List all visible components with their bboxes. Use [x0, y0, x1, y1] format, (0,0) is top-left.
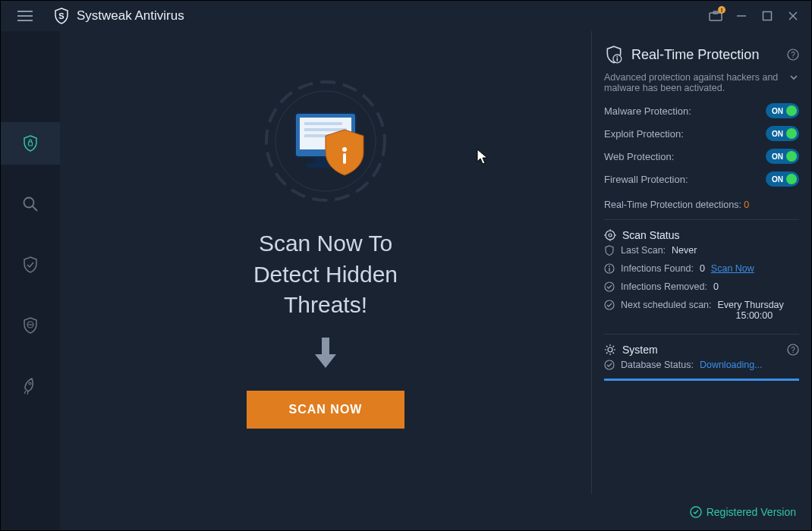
- headline: Scan Now To Detect Hidden Threats!: [253, 228, 398, 321]
- infections-removed-value: 0: [713, 281, 719, 292]
- app-title: Systweak Antivirus: [77, 8, 184, 24]
- svg-point-31: [606, 231, 615, 240]
- help-icon: ?: [787, 344, 799, 356]
- right-panel: Real-Time Protection ? Advanced protecti…: [591, 31, 811, 494]
- minimize-button[interactable]: [734, 8, 749, 24]
- toggle-firewall-switch[interactable]: ON: [766, 171, 799, 187]
- svg-text:S: S: [58, 11, 64, 20]
- shield-check-icon: [21, 256, 39, 274]
- svg-point-40: [605, 282, 614, 291]
- app-window: S Systweak Antivirus !: [0, 0, 812, 531]
- toggle-web-switch[interactable]: ON: [766, 149, 799, 164]
- last-scan-value: Never: [672, 245, 697, 256]
- db-status-value: Downloading...: [700, 360, 763, 370]
- toggle-malware: Malware Protection: ON: [604, 99, 799, 122]
- db-progress: [604, 379, 799, 381]
- svg-rect-28: [617, 58, 618, 61]
- registered-label: Registered Version: [690, 506, 796, 518]
- center-panel: Scan Now To Detect Hidden Threats! SCAN …: [60, 31, 591, 494]
- svg-point-38: [609, 266, 610, 267]
- svg-text:?: ?: [791, 51, 795, 59]
- hamburger-icon: [17, 11, 33, 21]
- shield-e-icon: [21, 316, 39, 335]
- toggle-firewall: Firewall Protection: ON: [604, 168, 799, 190]
- magnifier-icon: [21, 195, 39, 213]
- infections-found-value: 0: [700, 263, 705, 274]
- shield-info-icon: [604, 45, 624, 64]
- svg-point-42: [608, 347, 612, 352]
- protection-title: Real-Time Protection: [631, 47, 759, 63]
- system-section: System ? Database Status: Downloading...: [604, 335, 799, 390]
- menu-button[interactable]: [7, 1, 43, 31]
- scan-now-link[interactable]: Scan Now: [711, 263, 754, 274]
- sidebar-item-scan[interactable]: [1, 183, 60, 225]
- sidebar-item-quarantine[interactable]: [1, 244, 60, 286]
- check-circle-icon: [604, 360, 615, 370]
- toggle-label: Web Protection:: [604, 151, 674, 162]
- svg-point-8: [24, 198, 34, 208]
- arrow-down-icon: [312, 336, 339, 369]
- protection-description: Advanced protection against hackers and …: [604, 72, 782, 93]
- system-help-button[interactable]: ?: [787, 344, 799, 356]
- toggle-label: Firewall Protection:: [604, 174, 688, 185]
- close-button[interactable]: [785, 8, 801, 24]
- check-circle-icon: [690, 506, 702, 518]
- minimize-icon: [736, 11, 747, 21]
- shield-lock-icon: [21, 134, 39, 152]
- protection-help-button[interactable]: ?: [787, 49, 799, 61]
- app-logo: S Systweak Antivirus: [52, 7, 184, 25]
- check-circle-icon: [604, 281, 615, 292]
- check-circle-icon: [604, 300, 615, 310]
- toggle-malware-switch[interactable]: ON: [766, 103, 799, 118]
- protection-collapse-button[interactable]: [788, 72, 799, 83]
- svg-rect-24: [322, 338, 329, 354]
- svg-point-12: [29, 382, 31, 385]
- window-controls: !: [708, 8, 805, 24]
- svg-point-41: [605, 300, 614, 309]
- svg-rect-7: [29, 142, 33, 146]
- notification-dot-icon: !: [718, 6, 725, 14]
- svg-rect-23: [343, 153, 346, 164]
- help-icon: ?: [787, 49, 799, 61]
- sidebar-item-optimize[interactable]: [1, 365, 60, 407]
- monitor-scan-illustration: [253, 77, 398, 213]
- toggle-label: Malware Protection:: [604, 105, 691, 117]
- toggle-label: Exploit Protection:: [604, 128, 684, 140]
- svg-point-27: [616, 56, 618, 58]
- info-icon: [604, 263, 615, 274]
- scan-status-title: Scan Status: [622, 229, 680, 241]
- chevron-down-icon: [788, 72, 799, 83]
- notifications-button[interactable]: !: [708, 8, 723, 24]
- detections-row: Real-Time Protection detections: 0: [604, 200, 799, 220]
- headline-line: Scan Now To: [253, 228, 398, 259]
- svg-rect-4: [763, 12, 772, 20]
- title-bar: S Systweak Antivirus !: [1, 1, 811, 31]
- scan-status-section: Scan Status Last Scan: Never Infections …: [604, 220, 799, 335]
- maximize-icon: [762, 11, 773, 21]
- rocket-icon: [21, 377, 39, 395]
- toggle-exploit-switch[interactable]: ON: [766, 126, 799, 141]
- svg-point-32: [609, 234, 612, 237]
- shield-small-icon: [604, 245, 615, 256]
- target-icon: [604, 229, 616, 241]
- sidebar-item-web[interactable]: [1, 304, 60, 347]
- svg-point-22: [342, 147, 347, 152]
- status-bar: Registered Version: [60, 494, 811, 530]
- protection-header: Real-Time Protection ?: [604, 45, 799, 64]
- svg-marker-25: [315, 354, 336, 368]
- headline-line: Threats!: [253, 290, 398, 321]
- svg-rect-39: [609, 268, 609, 272]
- scan-now-button[interactable]: SCAN NOW: [247, 391, 405, 429]
- next-scan-value: Every Thursday: [718, 300, 784, 310]
- toggle-exploit: Exploit Protection: ON: [604, 122, 799, 145]
- svg-line-9: [33, 206, 37, 211]
- gear-icon: [604, 344, 616, 356]
- maximize-button[interactable]: [760, 8, 775, 24]
- svg-point-45: [605, 360, 614, 369]
- next-scan-time: 15:00:00: [736, 310, 784, 321]
- sidebar-item-protection[interactable]: [1, 122, 60, 165]
- shield-logo-icon: S: [52, 7, 71, 25]
- system-title: System: [622, 344, 658, 356]
- svg-text:?: ?: [791, 346, 795, 354]
- headline-line: Detect Hidden: [253, 259, 398, 291]
